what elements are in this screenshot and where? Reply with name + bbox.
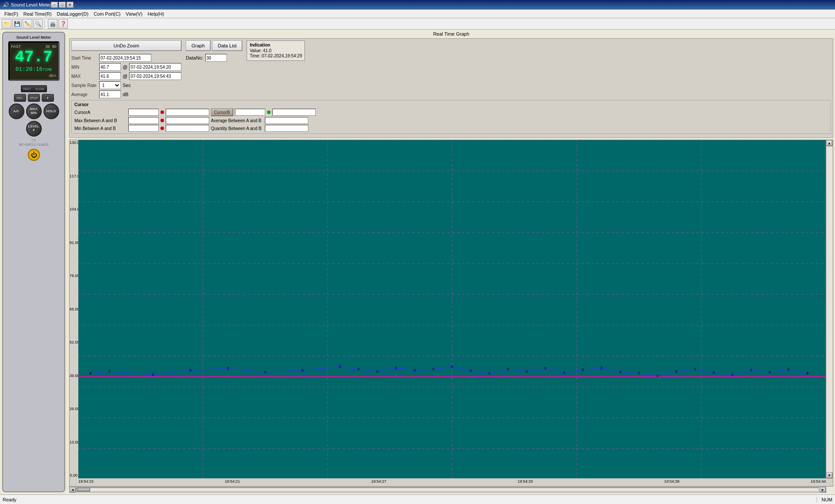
- cursor-b-time[interactable]: [272, 109, 316, 116]
- menu-realtime[interactable]: Real Time(R): [21, 10, 54, 17]
- cursor-b-value[interactable]: [235, 109, 265, 116]
- scrollbar-track[interactable]: [77, 487, 819, 492]
- down-button[interactable]: ▼: [42, 94, 54, 102]
- menu-view[interactable]: View(V): [123, 10, 145, 17]
- sample-rate-unit: Sec: [123, 83, 131, 88]
- toolbar-print[interactable]: 🖨️: [48, 19, 57, 29]
- meter-level-row: LEVEL▼: [26, 121, 42, 137]
- cursor-a-value[interactable]: [128, 109, 159, 116]
- right-panel: Real Time Graph UnDo Zoom Start Time MIN…: [67, 30, 835, 494]
- max-value-input[interactable]: [99, 72, 121, 80]
- scroll-down[interactable]: ▼: [826, 472, 832, 478]
- cursor-b-button[interactable]: CursorB: [211, 108, 233, 116]
- ce-label: C€: [31, 138, 36, 142]
- min-label: MIN: [71, 65, 97, 70]
- graph-scrollbar[interactable]: ◄ ►: [69, 487, 826, 493]
- menu-file[interactable]: File(F): [2, 10, 21, 17]
- title-text: Sound Level Meter: [11, 2, 51, 7]
- qty-between-value[interactable]: [265, 125, 308, 132]
- max-time-input[interactable]: [129, 72, 181, 80]
- meter-main-buttons: A/C MAXMIN HOLD: [9, 103, 59, 119]
- toolbar-separator: [44, 19, 46, 29]
- graph-canvas: [78, 140, 826, 478]
- datano-input[interactable]: [205, 54, 227, 62]
- datano-row: DataNo:: [186, 54, 242, 62]
- scrollbar-left-button[interactable]: ◄: [70, 487, 76, 492]
- indication-box: Indication Value: 41.0 Time: 07-02-2024,…: [247, 40, 305, 61]
- sample-rate-label: Sample Rate: [71, 83, 97, 88]
- menu-datalogger[interactable]: DataLogger(D): [54, 10, 91, 17]
- menu-bar: File(F) Real Time(R) DataLogger(D) Com P…: [0, 10, 835, 18]
- average-row: Average dB: [71, 90, 181, 98]
- graph-svg: [78, 140, 826, 478]
- max-between-value[interactable]: [128, 117, 159, 124]
- vertical-scrollbar[interactable]: ▲ ▼: [826, 140, 833, 478]
- ac-button[interactable]: A/C: [9, 103, 24, 119]
- cursor-a-time[interactable]: [166, 109, 209, 116]
- main-content: Sound Level Meter FAST 39 80 47.7 01:20:…: [0, 30, 835, 494]
- avg-between-value[interactable]: [265, 117, 308, 124]
- toolbar-open[interactable]: 📁: [2, 19, 11, 29]
- meter-main-value: 47.7: [11, 50, 57, 65]
- setup-button[interactable]: STUP: [28, 94, 40, 102]
- fast-slow-button[interactable]: FAST SLOW: [21, 85, 47, 92]
- svg-rect-0: [78, 140, 826, 478]
- min-between-time[interactable]: [166, 125, 209, 132]
- min-row: MIN @: [71, 63, 181, 71]
- indication-value: 41.0: [263, 48, 271, 53]
- app-icon: 🔊: [3, 2, 9, 8]
- top-controls-area: UnDo Zoom Start Time MIN @ MAX @: [69, 38, 833, 138]
- iec-label: IEC 61672-1 CLASS2: [19, 143, 48, 146]
- status-text: Ready: [3, 497, 812, 502]
- meter-time: 01:20:16TIME: [15, 66, 52, 73]
- cursor-a-dot: [160, 110, 164, 114]
- scrollbar-thumb[interactable]: [77, 488, 90, 491]
- minimize-button[interactable]: –: [51, 2, 58, 8]
- graph-title: Real Time Graph: [69, 31, 833, 37]
- toolbar-help[interactable]: ❓: [58, 19, 68, 29]
- close-button[interactable]: ✕: [67, 2, 73, 8]
- graph-data-buttons: Graph Data List: [186, 40, 242, 51]
- x-axis: 19:54:15 19:54:21 19:54:27 19:54:33 19:5…: [78, 478, 826, 486]
- toolbar-edit[interactable]: ✏️: [23, 19, 32, 29]
- status-num: NUM: [817, 497, 832, 502]
- scroll-up[interactable]: ▲: [826, 140, 832, 146]
- start-time-input[interactable]: [99, 54, 151, 62]
- power-button[interactable]: ⏻: [28, 149, 40, 161]
- menu-help[interactable]: Help(H): [145, 10, 167, 17]
- max-between-time[interactable]: [166, 117, 209, 124]
- max-label: MAX: [71, 74, 97, 79]
- sample-rate-row: Sample Rate 1 Sec: [71, 81, 181, 89]
- toolbar: 📁 💾 ✏️ 🔍 🖨️ ❓: [0, 18, 835, 30]
- min-between-value[interactable]: [128, 125, 159, 132]
- max-at: @: [123, 73, 127, 79]
- toolbar-save[interactable]: 💾: [12, 19, 22, 29]
- undo-zoom-button[interactable]: UnDo Zoom: [71, 40, 181, 51]
- average-label: Average: [71, 92, 97, 97]
- min-time-input[interactable]: [129, 63, 181, 71]
- maxmin-button[interactable]: MAXMIN: [26, 103, 42, 119]
- max-row: MAX @: [71, 72, 181, 80]
- status-bar: Ready NUM: [0, 494, 835, 504]
- cursor-a-label: CursorA: [74, 110, 127, 115]
- level-button[interactable]: LEVEL▼: [26, 121, 42, 137]
- sample-rate-select[interactable]: 1: [99, 81, 121, 89]
- menu-comport[interactable]: Com Port(C): [91, 10, 123, 17]
- avg-between-label: Average Between A and B: [211, 118, 263, 123]
- qty-between-label: Quantity Between A and B: [211, 126, 263, 131]
- min-value-input[interactable]: [99, 63, 121, 71]
- meter-rec-row: REC STUP ▼: [14, 94, 54, 102]
- start-time-row: Start Time: [71, 54, 181, 62]
- hold-button[interactable]: HOLD: [43, 103, 59, 119]
- rec-button[interactable]: REC: [14, 94, 26, 102]
- data-list-button[interactable]: Data List: [212, 40, 242, 51]
- title-bar: 🔊 Sound Level Meter – □ ✕: [0, 0, 835, 10]
- cursor-title: Cursor: [74, 102, 828, 107]
- scrollbar-right-button[interactable]: ►: [820, 487, 826, 492]
- toolbar-zoom[interactable]: 🔍: [33, 19, 43, 29]
- graph-button[interactable]: Graph: [186, 40, 210, 51]
- average-value-input[interactable]: [99, 90, 121, 98]
- maximize-button[interactable]: □: [59, 2, 66, 8]
- min-at: @: [123, 64, 127, 70]
- start-time-label: Start Time: [71, 56, 97, 60]
